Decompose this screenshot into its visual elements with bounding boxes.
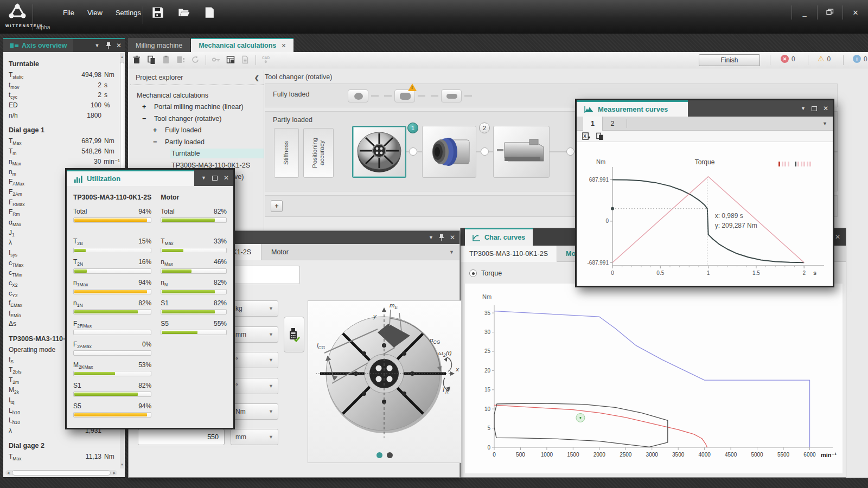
pin-icon[interactable] — [439, 234, 444, 241]
page-dot[interactable] — [387, 452, 393, 458]
turntable-component-image[interactable] — [352, 126, 406, 178]
close-icon[interactable]: ✕ — [850, 9, 861, 17]
datasheet-icon[interactable] — [226, 55, 235, 65]
report-icon[interactable] — [241, 55, 250, 65]
chevron-down-icon[interactable]: ▼ — [429, 235, 433, 240]
stiffness-button[interactable]: Stiffness — [274, 128, 299, 178]
scroll-down-icon[interactable]: ▼ — [120, 462, 124, 467]
measurement-header[interactable]: Measurement curves ▼ ✕ — [577, 100, 833, 117]
torque-radio[interactable]: Torque — [469, 269, 502, 277]
svg-text:CAD: CAD — [262, 56, 270, 60]
motor-component-image[interactable] — [493, 126, 550, 178]
restore-icon[interactable] — [824, 9, 836, 17]
maximize-icon[interactable] — [212, 176, 218, 181]
finish-button[interactable]: Finish — [699, 54, 760, 66]
save-icon[interactable] — [152, 7, 164, 20]
cad-download-icon[interactable]: CAD — [261, 55, 271, 65]
tab-gearbox[interactable]: TP300S-MA3-110-0K1-2S — [461, 246, 557, 262]
scroll-left-icon[interactable]: ◀ — [5, 470, 11, 476]
connection-dot[interactable] — [566, 147, 575, 156]
connection-node-2[interactable]: 2 — [479, 123, 490, 133]
axis-overview-header[interactable]: Axis overview ▼ ✕ — [3, 38, 125, 52]
unit-dropdown[interactable]: mm▼ — [231, 429, 278, 445]
menu-view[interactable]: View — [87, 9, 103, 17]
unit-dropdown[interactable]: Nm▼ — [231, 403, 278, 420]
expand-icon[interactable]: + — [153, 126, 164, 134]
close-icon[interactable]: ✕ — [116, 42, 122, 49]
page-dot-active[interactable] — [376, 452, 382, 458]
svg-text:4500: 4500 — [725, 452, 737, 458]
chevron-down-icon[interactable]: ▼ — [93, 43, 101, 48]
chevron-down-icon[interactable]: ▼ — [822, 121, 827, 126]
close-icon[interactable]: ✕ — [835, 233, 840, 241]
add-button[interactable]: + — [271, 200, 283, 212]
open-project-icon[interactable] — [178, 7, 190, 20]
horizontal-scrollbar[interactable]: ◀ ▶ — [5, 470, 117, 476]
tab-motor[interactable]: Motor — [261, 244, 298, 260]
tree-item[interactable]: Turntable — [130, 148, 264, 160]
tree-item[interactable]: −Tool changer (rotative) — [130, 113, 264, 125]
svg-text:3500: 3500 — [672, 452, 685, 458]
tree-item[interactable]: −Partly loaded — [130, 136, 264, 148]
tree-item[interactable]: +Portal milling machine (linear) — [130, 101, 264, 113]
paste-icon[interactable] — [162, 55, 171, 65]
positioning-accuracy-button[interactable]: Positioning accuracy — [303, 128, 334, 178]
gearbox-component-image[interactable] — [422, 126, 476, 178]
expand-icon[interactable]: + — [142, 103, 153, 111]
axis-row: ED100% — [9, 101, 120, 112]
tab-mechanical-calculations[interactable]: Mechanical calculations✕ — [191, 38, 293, 52]
new-project-icon[interactable] — [204, 7, 216, 20]
svg-text:3000: 3000 — [646, 452, 659, 458]
radio-icon[interactable] — [469, 269, 477, 277]
chevron-down-icon[interactable]: ▼ — [449, 249, 454, 255]
copy-icon[interactable] — [147, 55, 156, 65]
close-icon[interactable]: ✕ — [224, 174, 229, 182]
delete-icon[interactable] — [132, 55, 142, 65]
collapse-icon[interactable]: − — [153, 138, 164, 146]
tab-1[interactable]: 1 — [583, 117, 603, 131]
measurement-chart: Nm Torque s x: 0,989 s y: 209,287 Nm 687… — [577, 142, 833, 286]
close-icon[interactable]: ✕ — [450, 234, 455, 241]
tab-2[interactable]: 2 — [603, 117, 622, 131]
tr-label: TR — [442, 387, 449, 395]
chevron-down-icon[interactable]: ▼ — [801, 106, 806, 111]
close-icon[interactable]: ✕ — [823, 105, 828, 112]
length-input[interactable]: 550 — [138, 429, 225, 445]
panel-title: Char. curves — [484, 234, 525, 241]
scroll-right-icon[interactable]: ▶ — [112, 470, 117, 476]
mass-calculator-button[interactable] — [284, 317, 304, 352]
refresh-icon[interactable] — [191, 55, 200, 65]
connection-dot[interactable] — [481, 147, 489, 156]
collapse-panel-icon[interactable]: ❮ — [254, 74, 259, 81]
duplicate-icon[interactable] — [176, 55, 186, 65]
menu-file[interactable]: File — [63, 9, 74, 17]
chevron-down-icon[interactable]: ▼ — [201, 175, 206, 181]
pin-icon[interactable] — [106, 42, 111, 49]
x-axis-label: x — [456, 366, 459, 373]
utilization-bar: S555% — [161, 320, 227, 335]
connection-dot[interactable] — [409, 147, 417, 156]
warning-icon: ⚠ — [818, 55, 825, 63]
unit-dropdown[interactable]: °▼ — [231, 352, 278, 368]
tab-milling-machine[interactable]: Milling machine — [128, 38, 190, 52]
omega-label: ω2(t) — [438, 350, 452, 358]
maximize-icon[interactable] — [812, 106, 817, 111]
key-icon[interactable] — [212, 55, 221, 65]
tree-item[interactable]: Mechanical calculations — [130, 89, 264, 101]
utilization-bar: F2RMax — [73, 320, 151, 335]
scroll-up-icon[interactable]: ▲ — [120, 54, 124, 60]
connection-node-1[interactable]: 1 — [407, 123, 418, 133]
close-tab-icon[interactable]: ✕ — [281, 42, 286, 49]
excel-export-icon[interactable]: X — [582, 132, 590, 140]
unit-dropdown[interactable]: kg▼ — [231, 300, 278, 317]
unit-dropdown[interactable]: mm▼ — [231, 326, 278, 343]
svg-text:500: 500 — [516, 452, 525, 458]
minimize-icon[interactable]: _ — [799, 9, 810, 17]
measurement-legend — [778, 162, 811, 166]
tree-item[interactable]: +Fully loaded — [130, 125, 264, 137]
unit-dropdown[interactable]: °▼ — [231, 378, 278, 394]
menu-settings[interactable]: Settings — [116, 9, 141, 17]
collapse-icon[interactable]: − — [142, 115, 153, 123]
copy-icon[interactable] — [596, 132, 604, 140]
utilization-header[interactable]: Utilization ▼ ✕ — [67, 170, 233, 186]
